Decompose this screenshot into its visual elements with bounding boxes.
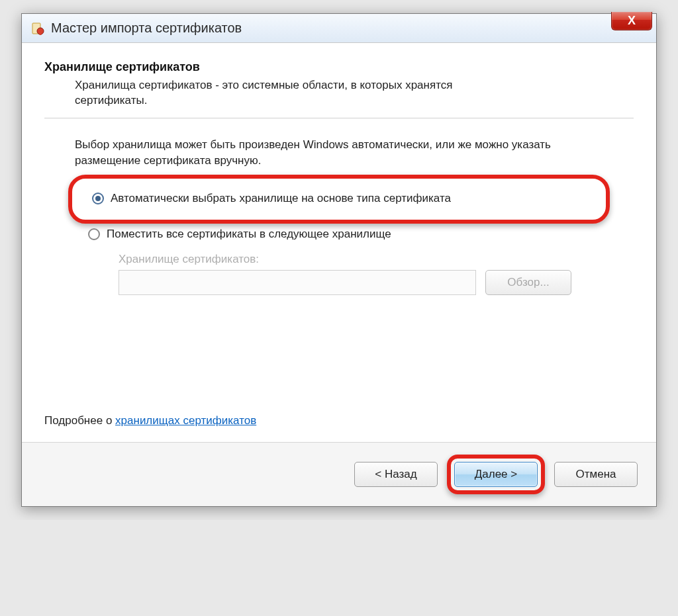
next-label: Далее > xyxy=(475,468,517,481)
browse-button: Обзор... xyxy=(485,270,571,295)
cancel-button[interactable]: Отмена xyxy=(554,462,638,487)
store-label: Хранилище сертификатов: xyxy=(119,253,634,266)
window-title: Мастер импорта сертификатов xyxy=(51,21,242,36)
highlight-auto-option: Автоматически выбрать хранилище на основ… xyxy=(68,175,610,224)
more-link[interactable]: хранилищах сертификатов xyxy=(115,414,256,427)
radio-option-manual[interactable]: Поместить все сертификаты в следующее хр… xyxy=(88,228,634,241)
cancel-label: Отмена xyxy=(576,468,616,481)
highlight-next-button: Далее > xyxy=(447,455,545,494)
titlebar: Мастер импорта сертификатов X xyxy=(22,14,656,43)
section-heading: Хранилище сертификатов xyxy=(44,60,634,74)
store-row: Обзор... xyxy=(119,270,634,295)
next-button[interactable]: Далее > xyxy=(454,462,538,487)
section-description: Хранилища сертификатов - это системные о… xyxy=(75,78,525,109)
divider xyxy=(44,118,634,118)
radio-option-auto[interactable]: Автоматически выбрать хранилище на основ… xyxy=(92,192,594,205)
svg-point-1 xyxy=(37,28,44,34)
choice-intro: Выбор хранилища может быть произведен Wi… xyxy=(75,137,565,169)
store-input xyxy=(119,270,476,295)
close-icon: X xyxy=(628,14,636,28)
radio-label-manual: Поместить все сертификаты в следующее хр… xyxy=(107,228,391,241)
more-prefix: Подробнее о xyxy=(44,414,115,427)
radio-icon xyxy=(88,228,100,240)
back-label: < Назад xyxy=(375,468,416,481)
wizard-window: Мастер импорта сертификатов X Хранилище … xyxy=(21,13,657,507)
store-block: Хранилище сертификатов: Обзор... xyxy=(119,253,634,295)
browse-label: Обзор... xyxy=(507,276,549,289)
button-bar: < Назад Далее > Отмена xyxy=(22,442,656,506)
certificate-icon xyxy=(31,22,44,35)
wizard-content: Хранилище сертификатов Хранилища сертифи… xyxy=(22,43,656,442)
radio-label-auto: Автоматически выбрать хранилище на основ… xyxy=(111,192,451,205)
back-button[interactable]: < Назад xyxy=(354,462,438,487)
close-button[interactable]: X xyxy=(611,12,652,30)
radio-icon xyxy=(92,193,104,204)
more-info-row: Подробнее о хранилищах сертификатов xyxy=(44,414,634,427)
